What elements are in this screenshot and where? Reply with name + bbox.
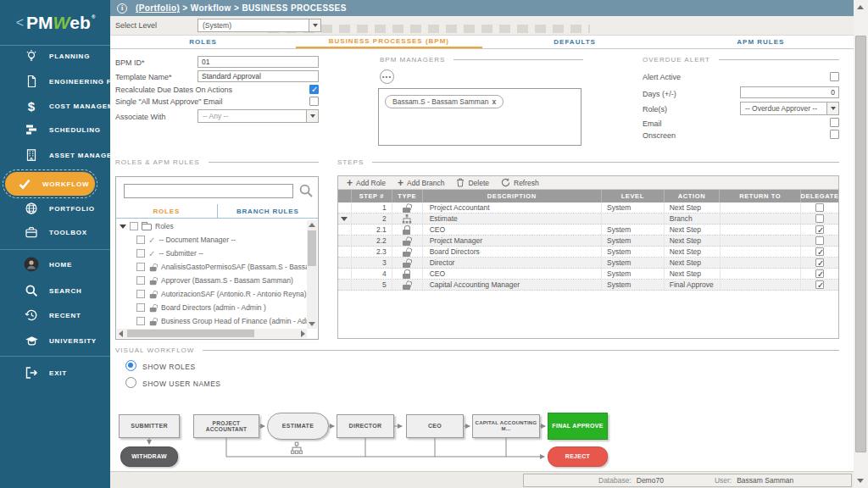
col-step[interactable]: STEP # bbox=[352, 190, 392, 202]
pmweb-logo[interactable]: <PMWeb® bbox=[0, 0, 110, 46]
delegate-checkbox[interactable] bbox=[815, 258, 824, 267]
roles-search-input[interactable] bbox=[124, 184, 293, 198]
table-row[interactable]: 4 CEO System Next Step bbox=[338, 269, 838, 280]
chevron-down-icon[interactable] bbox=[306, 110, 318, 122]
template-name-field[interactable] bbox=[198, 70, 319, 82]
page-scrollbar[interactable] bbox=[854, 0, 868, 488]
table-row[interactable]: 2 Estimate Branch bbox=[338, 214, 838, 225]
delegate-checkbox[interactable] bbox=[815, 247, 824, 256]
add-manager-button[interactable]: ••• bbox=[380, 69, 394, 84]
col-level[interactable]: LEVEL bbox=[602, 190, 665, 202]
delegate-checkbox[interactable] bbox=[815, 225, 824, 234]
scrollbar-thumb[interactable] bbox=[855, 36, 866, 452]
tree-checkbox[interactable] bbox=[136, 249, 145, 258]
table-row[interactable]: 2.2 Project Manager System Next Step bbox=[338, 236, 838, 247]
scroll-down-icon[interactable] bbox=[309, 322, 315, 326]
sidebar-item-exit[interactable]: EXIT bbox=[0, 361, 110, 385]
overdue-roles-dropdown[interactable]: -- Overdue Approver -- bbox=[740, 102, 839, 115]
remove-tag-icon[interactable]: x bbox=[492, 97, 496, 106]
tree-item-root[interactable]: Roles bbox=[120, 219, 174, 233]
show-roles-radio[interactable] bbox=[125, 360, 136, 371]
delegate-checkbox[interactable] bbox=[815, 236, 824, 245]
email-checkbox[interactable] bbox=[830, 118, 839, 127]
sidebar-item-engineering[interactable]: ENGINEERING FOR... bbox=[0, 69, 110, 93]
delete-button[interactable]: Delete bbox=[456, 178, 489, 187]
onscreen-checkbox[interactable] bbox=[830, 130, 839, 139]
sidebar-item-portfolio[interactable]: PORTFOLIO bbox=[0, 197, 110, 220]
tree-checkbox[interactable] bbox=[136, 236, 145, 244]
diagram-node-submitter[interactable]: SUBMITTER bbox=[119, 414, 180, 438]
delegate-checkbox[interactable] bbox=[815, 280, 824, 289]
sidebar-item-search[interactable]: SEARCH bbox=[0, 279, 110, 302]
days-field[interactable] bbox=[740, 86, 839, 98]
associate-with-dropdown[interactable]: -- Any -- bbox=[198, 109, 319, 123]
scroll-right-icon[interactable] bbox=[301, 330, 305, 337]
diagram-node-capital-accounting-manager[interactable]: CAPITAL ACCOUNTING M... bbox=[472, 414, 540, 438]
diagram-node-reject[interactable]: REJECT bbox=[548, 446, 608, 467]
col-delegate[interactable]: DELEGATE bbox=[801, 190, 838, 202]
tree-checkbox[interactable] bbox=[130, 222, 138, 230]
delegate-checkbox[interactable] bbox=[815, 269, 824, 278]
tree-item[interactable]: Approver (Bassam.S - Bassam Samman) bbox=[136, 274, 293, 287]
diagram-node-final-approve[interactable]: FINAL APPROVE bbox=[548, 413, 608, 440]
col-action[interactable]: ACTION bbox=[665, 190, 721, 202]
tree-vertical-scrollbar[interactable] bbox=[307, 220, 317, 329]
sidebar-item-workflow[interactable]: WORKFLOW bbox=[5, 172, 95, 196]
sidebar-item-university[interactable]: UNIVERSITY bbox=[0, 329, 110, 352]
delegate-checkbox[interactable] bbox=[815, 214, 824, 223]
single-email-checkbox[interactable] bbox=[309, 97, 319, 106]
chevron-down-icon[interactable] bbox=[309, 19, 320, 31]
sidebar-item-planning[interactable]: PLANNING bbox=[0, 44, 110, 68]
table-row[interactable]: 5 Capital Accounting Manager System Fina… bbox=[338, 280, 838, 291]
sidebar-item-cost-management[interactable]: $ COST MANAGEMENT bbox=[0, 94, 110, 118]
sidebar-item-toolbox[interactable]: TOOLBOX bbox=[0, 220, 110, 244]
bpm-id-field[interactable] bbox=[198, 56, 319, 68]
select-level-dropdown[interactable]: (System) bbox=[198, 19, 321, 32]
diagram-node-project-accountant[interactable]: PROJECT ACCOUNTANT bbox=[193, 414, 259, 438]
show-user-names-radio[interactable] bbox=[125, 377, 136, 388]
tree-item[interactable]: AnalisisGastoPermisoSAF (Bassam.S - Bass… bbox=[136, 260, 308, 274]
info-icon[interactable]: i bbox=[117, 3, 127, 14]
sidebar-item-asset-management[interactable]: ASSET MANAGEME... bbox=[0, 143, 110, 167]
manager-tag[interactable]: Bassam.S - Bassam Sammanx bbox=[385, 95, 504, 108]
alert-active-checkbox[interactable] bbox=[830, 72, 839, 81]
tab-business-processes[interactable]: BUSINESS PROCESSES (BPM) bbox=[296, 36, 481, 48]
scrollbar-thumb[interactable] bbox=[308, 230, 316, 266]
recalculate-checkbox[interactable] bbox=[309, 85, 319, 94]
col-type[interactable]: TYPE bbox=[392, 190, 423, 202]
sidebar-item-home[interactable]: HOME bbox=[0, 252, 110, 276]
scroll-left-icon[interactable] bbox=[119, 330, 123, 337]
search-icon[interactable] bbox=[298, 183, 314, 198]
tree-checkbox[interactable] bbox=[136, 303, 145, 312]
scroll-up-icon[interactable] bbox=[857, 5, 864, 9]
sidebar-item-scheduling[interactable]: SCHEDULING bbox=[0, 118, 110, 141]
branch-rules-subtab[interactable]: BRANCH RULES bbox=[218, 204, 319, 218]
tree-item[interactable]: ✓ -- Document Manager -- bbox=[136, 233, 236, 247]
table-row[interactable]: 2.3 Board Directors System Next Step bbox=[338, 247, 838, 258]
diagram-node-director[interactable]: DIRECTOR bbox=[337, 414, 394, 438]
tree-checkbox[interactable] bbox=[136, 317, 145, 325]
tree-checkbox[interactable] bbox=[136, 290, 145, 298]
add-role-button[interactable]: +Add Role bbox=[347, 179, 386, 187]
delegate-checkbox[interactable] bbox=[815, 203, 824, 212]
breadcrumb-portfolio-link[interactable]: (Portfolio) bbox=[136, 3, 180, 13]
tree-item[interactable]: Board Directors (admin - Admin ) bbox=[136, 301, 266, 314]
tree-item[interactable]: AutorizacionSAF (Antonio.R - Antonio Rey… bbox=[136, 287, 307, 301]
tree-checkbox[interactable] bbox=[136, 263, 145, 271]
scroll-down-icon[interactable] bbox=[857, 479, 864, 483]
refresh-button[interactable]: Refresh bbox=[501, 178, 539, 187]
tab-roles[interactable]: ROLES bbox=[110, 36, 296, 48]
table-row[interactable]: 2.1 CEO System Next Step bbox=[338, 225, 838, 236]
diagram-node-withdraw[interactable]: WITHDRAW bbox=[120, 446, 178, 467]
tree-expander-icon[interactable] bbox=[120, 225, 126, 229]
row-expander-icon[interactable] bbox=[341, 217, 348, 221]
scrollbar-thumb[interactable] bbox=[127, 330, 254, 337]
tree-checkbox[interactable] bbox=[136, 276, 145, 285]
tab-defaults[interactable]: DEFAULTS bbox=[482, 36, 668, 48]
tree-item[interactable]: ✓ -- Submitter -- bbox=[136, 247, 203, 260]
diagram-node-ceo[interactable]: CEO bbox=[406, 414, 464, 438]
tab-apm-rules[interactable]: APM RULES bbox=[668, 36, 854, 48]
chevron-down-icon[interactable] bbox=[826, 103, 838, 114]
col-description[interactable]: DESCRIPTION bbox=[423, 190, 602, 202]
sidebar-item-recent[interactable]: RECENT bbox=[0, 303, 110, 327]
